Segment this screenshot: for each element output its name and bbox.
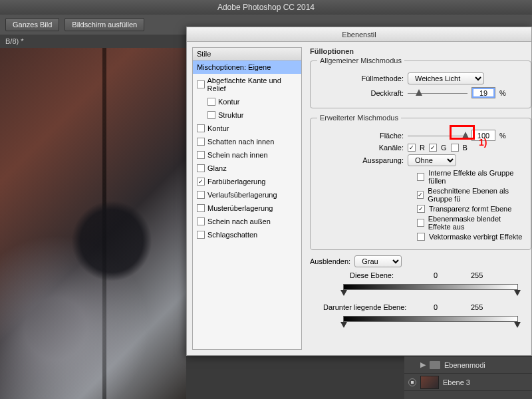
style-checkbox[interactable] [197, 191, 205, 199]
blendif-select[interactable]: Grau [354, 255, 402, 267]
knockout-label: Aussparung: [317, 156, 404, 164]
fill-opacity-label: Fläche: [317, 132, 404, 140]
style-item[interactable]: Abgeflachte Kante und Relief [193, 74, 301, 95]
layer-row[interactable]: Ebene 3 [404, 374, 532, 391]
visibility-icon[interactable] [408, 378, 416, 386]
adv-option-label: Transparenz formt Ebene [429, 205, 511, 213]
dialog-title: Ebenenstil [187, 27, 531, 42]
fit-image-button[interactable]: Ganzes Bild [5, 18, 59, 31]
folder-icon [430, 361, 440, 369]
styles-list: Stile Mischoptionen: EigeneAbgeflachte K… [192, 47, 302, 350]
style-item-label: Abgeflachte Kante und Relief [207, 76, 297, 92]
channel-g-checkbox[interactable]: ✓ [429, 144, 437, 152]
disclosure-icon[interactable]: ▶ [420, 360, 426, 369]
style-checkbox[interactable] [197, 151, 205, 159]
advanced-blend-group: Erweiterter Mischmodus Fläche: % Kanäle:… [310, 114, 531, 250]
style-item[interactable]: Verlaufsüberlagerung [193, 188, 301, 201]
adv-option-row: Interne Effekte als Gruppe füllen [417, 169, 524, 185]
general-blend-legend: Allgemeiner Mischmodus [317, 57, 404, 65]
general-blend-group: Allgemeiner Mischmodus Füllmethode: Weic… [310, 57, 531, 108]
style-item-label: Schein nach innen [207, 151, 268, 159]
adv-option-label: Vektormaske verbirgt Effekte [429, 233, 522, 241]
app-titlebar: Adobe Photoshop CC 2014 [0, 0, 532, 15]
style-item-label: Musterüberlagerung [207, 204, 273, 212]
adv-option-checkbox[interactable]: ✓ [417, 191, 424, 199]
channels-label: Kanäle: [317, 144, 404, 152]
blendif-label: Ausblenden: [310, 257, 350, 265]
style-item[interactable]: Schatten nach innen [193, 135, 301, 148]
under-layer-v255: 255 [471, 303, 483, 311]
layers-panel: ▶ Ebenenmodi Ebene 3 [404, 356, 532, 399]
annotation-label: 1) [479, 137, 487, 148]
style-item[interactable]: Schlagschatten [193, 228, 301, 241]
style-item-label: Struktur [218, 111, 244, 119]
style-item-label: Schein nach außen [207, 217, 271, 225]
layer-group-row[interactable]: ▶ Ebenenmodi [404, 356, 532, 374]
knockout-select[interactable]: Ohne [408, 154, 456, 166]
channel-b-label: B [463, 144, 467, 152]
style-item-label: Mischoptionen: Eigene [197, 63, 271, 71]
blend-mode-label: Füllmethode: [317, 74, 404, 82]
style-checkbox[interactable] [197, 80, 205, 88]
style-item[interactable]: Glanz [193, 162, 301, 175]
under-layer-label: Darunter liegende Ebene: [323, 303, 430, 311]
style-item[interactable]: ✓Farbüberlagerung [193, 175, 301, 188]
adv-option-row: Ebenenmaske blendet Effekte aus [417, 215, 524, 231]
style-item-label: Verlaufsüberlagerung [207, 191, 277, 199]
opacity-pct: % [499, 89, 506, 97]
channel-b-checkbox[interactable] [451, 144, 459, 152]
style-item-label: Glanz [207, 164, 227, 172]
style-checkbox[interactable] [207, 111, 215, 119]
options-panel: Fülloptionen Allgemeiner Mischmodus Füll… [302, 42, 531, 355]
adv-option-label: Ebenenmaske blendet Effekte aus [428, 215, 524, 231]
style-item[interactable]: Schein nach außen [193, 215, 301, 228]
under-layer-v0: 0 [434, 303, 467, 311]
adv-option-label: Interne Effekte als Gruppe füllen [428, 169, 524, 185]
this-layer-slider[interactable] [310, 282, 531, 294]
style-item-label: Kontur [207, 124, 229, 132]
style-item-label: Kontur [218, 98, 239, 106]
style-item[interactable]: Musterüberlagerung [193, 201, 301, 215]
style-checkbox[interactable] [197, 204, 205, 212]
adv-option-checkbox[interactable]: ✓ [417, 205, 425, 213]
adv-option-row: Vektormaske verbirgt Effekte [417, 233, 524, 241]
style-item[interactable]: Mischoptionen: Eigene [193, 61, 301, 74]
fill-screen-button[interactable]: Bildschirm ausfüllen [65, 18, 144, 31]
adv-option-checkbox[interactable] [417, 233, 425, 241]
style-item[interactable]: Kontur [193, 95, 301, 108]
fill-opacity-pct: % [499, 132, 506, 140]
layer-group-label: Ebenenmodi [444, 361, 485, 369]
adv-option-checkbox[interactable] [417, 219, 424, 227]
style-checkbox[interactable] [197, 231, 205, 239]
opacity-label: Deckkraft: [317, 89, 404, 97]
adv-option-row: ✓Beschnittene Ebenen als Gruppe fü [417, 187, 524, 203]
channel-g-label: G [441, 144, 447, 152]
adv-option-checkbox[interactable] [417, 173, 424, 181]
style-checkbox[interactable]: ✓ [197, 178, 205, 186]
blend-mode-select[interactable]: Weiches Licht [408, 72, 484, 84]
style-checkbox[interactable] [197, 164, 205, 172]
style-checkbox[interactable] [197, 138, 205, 146]
layer-label: Ebene 3 [443, 378, 470, 386]
style-item[interactable]: Kontur [193, 122, 301, 135]
style-item[interactable]: Schein nach innen [193, 148, 301, 162]
adv-option-row: ✓Transparenz formt Ebene [417, 205, 524, 213]
style-checkbox[interactable] [197, 124, 205, 132]
opacity-slider[interactable] [408, 88, 467, 98]
opacity-input[interactable] [471, 87, 495, 98]
style-item[interactable]: Struktur [193, 108, 301, 122]
this-layer-v0: 0 [434, 271, 467, 279]
style-item-label: Farbüberlagerung [207, 178, 265, 186]
layer-style-dialog: Ebenenstil Stile Mischoptionen: EigeneAb… [186, 27, 532, 356]
this-layer-v255: 255 [471, 271, 483, 279]
style-checkbox[interactable] [207, 98, 215, 106]
advanced-blend-legend: Erweiterter Mischmodus [317, 114, 401, 122]
style-item-label: Schlagschatten [207, 231, 257, 239]
style-checkbox[interactable] [197, 217, 205, 225]
canvas[interactable] [0, 48, 186, 399]
channel-r-checkbox[interactable]: ✓ [408, 144, 416, 152]
this-layer-label: Diese Ebene: [350, 271, 430, 279]
styles-header: Stile [193, 48, 301, 61]
adv-option-label: Beschnittene Ebenen als Gruppe fü [428, 187, 524, 203]
under-layer-slider[interactable] [310, 314, 531, 326]
